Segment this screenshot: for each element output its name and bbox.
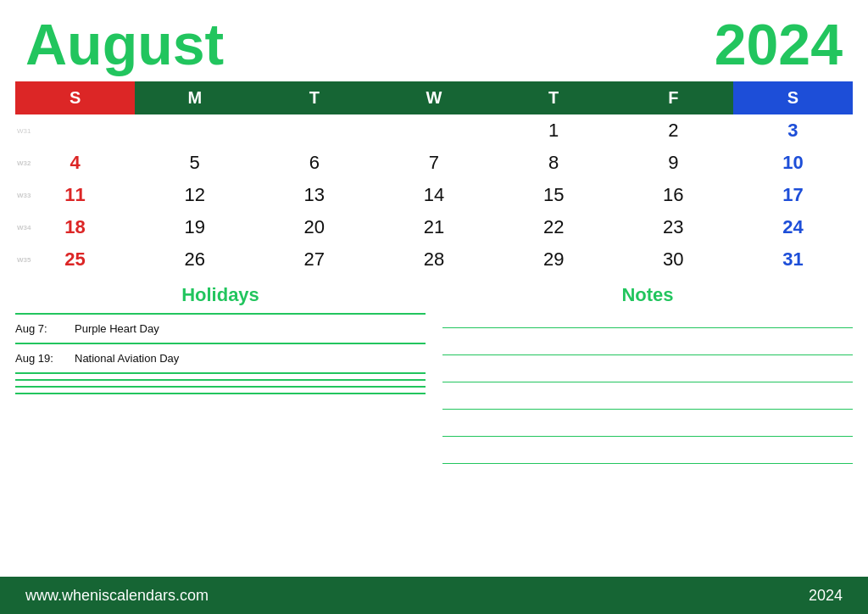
holidays-top-line — [15, 313, 426, 315]
week-number: W34 — [17, 224, 31, 232]
calendar-day: 18W34 — [15, 211, 135, 243]
calendar-week-row: W31123 — [15, 114, 853, 147]
calendar-day: 15 — [494, 179, 614, 211]
note-line — [442, 394, 853, 410]
calendar-day: 21 — [374, 211, 493, 243]
calendar-day: 23 — [614, 211, 733, 243]
footer-year: 2024 — [809, 587, 843, 605]
calendar-day: 3 — [733, 114, 853, 147]
holiday-name: National Aviation Day — [75, 352, 426, 365]
calendar-section: S M T W T F S W311234W32567891011W331213… — [0, 81, 868, 276]
calendar-day: 14 — [374, 179, 493, 211]
calendar-day: 29 — [494, 243, 614, 276]
calendar-week-row: 25W35262728293031 — [15, 243, 853, 276]
holidays-bottom-line1 — [15, 379, 426, 381]
holidays-column: Holidays Aug 7:Purple Heart DayAug 19:Na… — [15, 284, 426, 577]
calendar-day: 31 — [733, 243, 853, 276]
note-line — [442, 449, 853, 464]
note-line — [442, 313, 853, 328]
calendar-day: W31 — [15, 114, 135, 147]
week-number: W31 — [17, 127, 31, 135]
calendar-day — [254, 114, 374, 147]
holiday-name: Purple Heart Day — [75, 322, 426, 335]
calendar-day: 20 — [254, 211, 374, 243]
holiday-separator — [15, 372, 426, 374]
calendar-day — [374, 114, 493, 147]
holiday-date: Aug 7: — [15, 322, 75, 335]
calendar-day: 1 — [494, 114, 614, 147]
week-number: W32 — [17, 159, 31, 167]
calendar-day: 2 — [614, 114, 733, 147]
header-wednesday: W — [374, 81, 493, 114]
calendar-day: 11W33 — [15, 179, 135, 211]
calendar-day: 5 — [135, 147, 254, 179]
calendar-week-row: 4W325678910 — [15, 147, 853, 179]
week-number: W33 — [17, 192, 31, 199]
notes-column: Notes — [442, 284, 853, 577]
calendar-day: 27 — [254, 243, 374, 276]
calendar-day: 22 — [494, 211, 614, 243]
calendar-day: 28 — [374, 243, 493, 276]
note-line — [442, 367, 853, 382]
bottom-section: Holidays Aug 7:Purple Heart DayAug 19:Na… — [0, 276, 868, 577]
month-title: August — [25, 15, 224, 73]
holidays-list: Aug 7:Purple Heart DayAug 19:National Av… — [15, 320, 426, 374]
calendar-day: 16 — [614, 179, 733, 211]
holidays-bottom-line2 — [15, 386, 426, 388]
calendar-table: S M T W T F S W311234W32567891011W331213… — [15, 81, 853, 276]
calendar-day: 17 — [733, 179, 853, 211]
calendar-week-row: 18W34192021222324 — [15, 211, 853, 243]
footer: www.wheniscalendars.com 2024 — [0, 577, 868, 614]
calendar-day: 9 — [614, 147, 733, 179]
header-friday: F — [614, 81, 733, 114]
header-tuesday: T — [254, 81, 374, 114]
holidays-bottom-line3 — [15, 393, 426, 394]
header-saturday: S — [733, 81, 853, 114]
holiday-item: Aug 19:National Aviation Day — [15, 349, 426, 367]
calendar-day: 19 — [135, 211, 254, 243]
calendar-week-row: 11W33121314151617 — [15, 179, 853, 211]
holidays-title: Holidays — [15, 284, 426, 306]
header-thursday: T — [494, 81, 614, 114]
calendar-day: 25W35 — [15, 243, 135, 276]
calendar-day: 24 — [733, 211, 853, 243]
holiday-item: Aug 7:Purple Heart Day — [15, 320, 426, 338]
header-monday: M — [135, 81, 254, 114]
year-title: 2024 — [715, 15, 843, 73]
calendar-page: August 2024 S M T W T F S W311234W325678… — [0, 0, 868, 614]
note-line — [442, 421, 853, 437]
header: August 2024 — [0, 0, 868, 81]
calendar-day: 7 — [374, 147, 493, 179]
calendar-day: 4W32 — [15, 147, 135, 179]
calendar-day: 10 — [733, 147, 853, 179]
note-line — [442, 340, 853, 355]
holiday-separator — [15, 343, 426, 344]
header-sunday: S — [15, 81, 135, 114]
calendar-day: 13 — [254, 179, 374, 211]
calendar-day: 30 — [614, 243, 733, 276]
calendar-day: 26 — [135, 243, 254, 276]
notes-lines — [442, 313, 853, 464]
notes-title: Notes — [442, 284, 853, 306]
calendar-day: 12 — [135, 179, 254, 211]
calendar-header-row: S M T W T F S — [15, 81, 853, 114]
calendar-day: 6 — [254, 147, 374, 179]
holiday-date: Aug 19: — [15, 352, 75, 365]
calendar-body: W311234W32567891011W3312131415161718W341… — [15, 114, 853, 276]
calendar-day — [135, 114, 254, 147]
week-number: W35 — [17, 256, 31, 264]
footer-url: www.wheniscalendars.com — [25, 587, 209, 605]
calendar-day: 8 — [494, 147, 614, 179]
